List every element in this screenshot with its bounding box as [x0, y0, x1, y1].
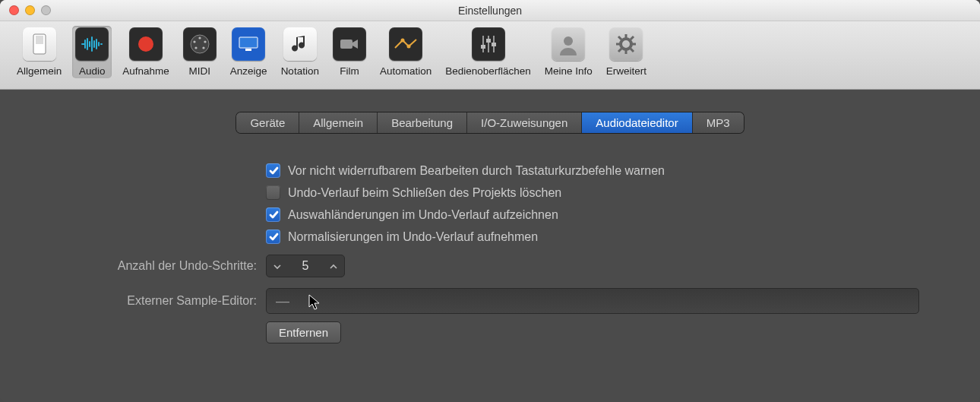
music-note-icon — [283, 27, 317, 61]
tab-devices[interactable]: Geräte — [236, 112, 299, 133]
toolbar-item-automation[interactable]: Automation — [377, 26, 435, 78]
toolbar-item-label: Audio — [79, 65, 106, 77]
toolbar-item-label: Aufnahme — [122, 65, 169, 77]
svg-rect-10 — [245, 49, 251, 51]
svg-point-6 — [204, 40, 206, 43]
toolbar-item-display[interactable]: Anzeige — [227, 26, 270, 78]
remove-button[interactable]: Entfernen — [266, 321, 341, 343]
tab-audio-file-editor[interactable]: Audiodateieditor — [582, 112, 692, 133]
svg-point-17 — [564, 36, 573, 46]
external-editor-value: — — [276, 293, 289, 309]
record-icon — [129, 27, 163, 61]
sub-tabs: Geräte Allgemein Bearbeitung I/O-Zuweisu… — [23, 112, 957, 133]
tab-io-assignments[interactable]: I/O-Zuweisungen — [467, 112, 582, 133]
svg-point-18 — [621, 39, 631, 49]
stepper-increment-icon[interactable] — [323, 261, 344, 271]
undo-steps-value: 5 — [288, 259, 323, 273]
svg-rect-14 — [481, 45, 485, 49]
toolbar-item-label: Automation — [380, 65, 432, 77]
check-icon — [268, 210, 279, 220]
waveform-icon — [75, 27, 109, 61]
preferences-toolbar: Allgemein Audio Aufnahme MIDI Anzeige — [0, 21, 980, 90]
toolbar-item-movie[interactable]: Film — [330, 26, 369, 78]
svg-point-8 — [202, 46, 204, 49]
checkbox-label[interactable]: Vor nicht widerrufbarem Bearbeiten durch… — [288, 164, 665, 178]
window-controls — [9, 5, 51, 15]
camera-icon — [333, 27, 366, 61]
toolbar-item-midi[interactable]: MIDI — [180, 26, 220, 78]
toolbar-item-label: Notation — [281, 65, 319, 77]
svg-rect-11 — [340, 40, 352, 49]
checkbox-warn-before-edit[interactable] — [266, 163, 280, 178]
checkbox-label[interactable]: Auswahländerungen im Undo-Verlauf aufzei… — [288, 208, 558, 222]
preferences-window: Einstellungen Allgemein Audio Aufnahme — [0, 0, 980, 402]
toolbar-item-advanced[interactable]: Erweitert — [603, 26, 650, 78]
content-area: Geräte Allgemein Bearbeitung I/O-Zuweisu… — [0, 90, 980, 343]
toolbar-item-control-surfaces[interactable]: Bedienoberflächen — [442, 26, 534, 78]
toolbar-item-notation[interactable]: Notation — [278, 26, 322, 78]
toolbar-item-label: MIDI — [189, 65, 211, 77]
svg-point-12 — [401, 39, 405, 43]
svg-point-4 — [198, 36, 201, 39]
toolbar-item-label: Allgemein — [17, 65, 62, 77]
toolbar-item-label: Bedienoberflächen — [445, 65, 531, 77]
toolbar-item-general[interactable]: Allgemein — [14, 26, 65, 78]
checkbox-label[interactable]: Undo-Verlauf beim Schließen des Projekts… — [288, 186, 561, 200]
gear-icon — [609, 27, 643, 61]
external-editor-field[interactable]: — — [266, 288, 919, 314]
tab-editing[interactable]: Bearbeitung — [378, 112, 467, 133]
close-window-icon[interactable] — [9, 5, 19, 15]
toolbar-item-audio[interactable]: Audio — [72, 26, 112, 78]
check-icon — [268, 166, 279, 176]
svg-rect-16 — [492, 43, 496, 46]
checkbox-clear-undo-on-close[interactable] — [266, 185, 280, 200]
automation-icon — [389, 27, 422, 61]
toolbar-item-label: Meine Info — [545, 65, 593, 77]
toolbar-item-my-info[interactable]: Meine Info — [542, 26, 596, 78]
checkbox-record-selection-changes[interactable] — [266, 207, 280, 222]
minimize-window-icon[interactable] — [25, 5, 35, 15]
switch-icon — [23, 27, 56, 61]
midi-icon — [183, 27, 217, 61]
svg-point-2 — [138, 36, 153, 52]
titlebar: Einstellungen — [0, 0, 980, 21]
undo-steps-stepper[interactable]: 5 — [266, 255, 345, 277]
toolbar-item-label: Film — [340, 65, 359, 77]
svg-point-13 — [407, 45, 411, 49]
svg-point-5 — [193, 40, 195, 43]
svg-rect-15 — [486, 39, 491, 43]
svg-rect-1 — [36, 36, 43, 44]
check-icon — [268, 232, 279, 242]
undo-steps-label: Anzahl der Undo-Schritte: — [23, 259, 266, 273]
window-title: Einstellungen — [0, 5, 980, 17]
zoom-window-icon[interactable] — [41, 5, 51, 15]
tab-general[interactable]: Allgemein — [299, 112, 378, 133]
toolbar-item-label: Anzeige — [230, 65, 267, 77]
display-icon — [232, 27, 265, 61]
sliders-icon — [472, 27, 505, 61]
tab-mp3[interactable]: MP3 — [693, 112, 744, 133]
checkbox-record-normalizations[interactable] — [266, 229, 280, 244]
external-editor-label: Externer Sample-Editor: — [23, 294, 266, 308]
svg-rect-9 — [239, 37, 258, 48]
checkbox-label[interactable]: Normalisierungen im Undo-Verlauf aufnehm… — [288, 230, 538, 244]
svg-point-7 — [194, 46, 197, 49]
toolbar-item-label: Erweitert — [606, 65, 646, 77]
stepper-decrement-icon[interactable] — [267, 261, 288, 271]
person-icon — [552, 27, 585, 61]
toolbar-item-recording[interactable]: Aufnahme — [119, 26, 172, 78]
settings-form: Vor nicht widerrufbarem Bearbeiten durch… — [23, 163, 919, 343]
